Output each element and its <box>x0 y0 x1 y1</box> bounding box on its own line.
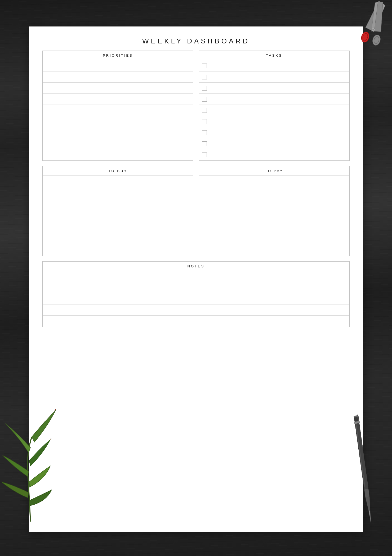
task-line-7[interactable] <box>199 127 349 138</box>
to-buy-header: TO BUY <box>43 166 193 176</box>
task-line-8[interactable] <box>199 138 349 149</box>
to-pay-content[interactable] <box>199 176 349 254</box>
priority-line-7[interactable] <box>43 127 193 138</box>
priority-line-4[interactable] <box>43 94 193 105</box>
priorities-lines <box>43 60 193 160</box>
priority-line-2[interactable] <box>43 71 193 83</box>
priority-line-3[interactable] <box>43 83 193 94</box>
task-line-2[interactable] <box>199 71 349 83</box>
priority-line-8[interactable] <box>43 138 193 149</box>
priorities-section: PRIORITIES <box>42 51 193 161</box>
page-title: WEEKLY DASHBOARD <box>42 37 350 45</box>
notes-lines <box>43 271 349 327</box>
tasks-lines <box>199 60 349 160</box>
priorities-header: PRIORITIES <box>43 51 193 60</box>
task-checkbox-8[interactable] <box>202 141 207 146</box>
priority-line-6[interactable] <box>43 116 193 127</box>
tasks-header: TASKS <box>199 51 349 60</box>
task-line-9[interactable] <box>199 149 349 160</box>
bottom-grid: TO BUY TO PAY <box>42 166 350 256</box>
task-checkbox-6[interactable] <box>202 119 207 124</box>
note-line-1[interactable] <box>43 271 349 282</box>
task-line-5[interactable] <box>199 105 349 116</box>
paper-document: WEEKLY DASHBOARD PRIORITIES TASKS <box>29 26 363 532</box>
task-line-1[interactable] <box>199 60 349 71</box>
notes-header: NOTES <box>43 262 349 271</box>
to-pay-section: TO PAY <box>199 166 350 256</box>
priority-line-9[interactable] <box>43 149 193 160</box>
plant-decoration <box>0 389 64 535</box>
priority-line-5[interactable] <box>43 105 193 116</box>
task-checkbox-5[interactable] <box>202 108 207 113</box>
to-pay-header: TO PAY <box>199 166 349 176</box>
svg-marker-13 <box>370 520 371 524</box>
svg-marker-11 <box>365 497 371 511</box>
to-buy-section: TO BUY <box>42 166 193 256</box>
task-line-6[interactable] <box>199 116 349 127</box>
note-line-5[interactable] <box>43 316 349 327</box>
task-checkbox-1[interactable] <box>202 64 207 68</box>
note-line-2[interactable] <box>43 282 349 293</box>
note-line-3[interactable] <box>43 293 349 304</box>
priority-line-1[interactable] <box>43 60 193 71</box>
top-grid: PRIORITIES TASKS <box>42 51 350 161</box>
task-checkbox-2[interactable] <box>202 75 207 79</box>
note-line-4[interactable] <box>43 304 349 316</box>
task-checkbox-3[interactable] <box>202 86 207 91</box>
tasks-section: TASKS <box>199 51 350 161</box>
task-checkbox-9[interactable] <box>202 153 207 157</box>
to-buy-content[interactable] <box>43 176 193 254</box>
task-checkbox-4[interactable] <box>202 97 207 102</box>
svg-marker-12 <box>369 510 372 520</box>
notes-section: NOTES <box>42 261 350 327</box>
task-line-3[interactable] <box>199 83 349 94</box>
task-checkbox-7[interactable] <box>202 130 207 135</box>
task-line-4[interactable] <box>199 94 349 105</box>
